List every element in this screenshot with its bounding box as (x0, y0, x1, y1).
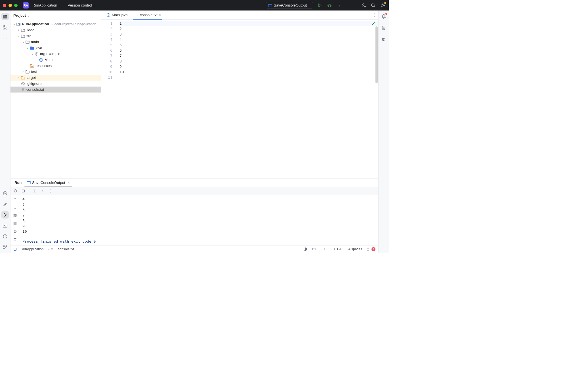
minimize-window-button[interactable] (9, 4, 12, 7)
line-number: 6 (101, 48, 112, 53)
git-tool-button[interactable] (1, 244, 9, 251)
person-add-icon (361, 3, 366, 8)
contrast-icon[interactable] (303, 247, 307, 251)
project-badge: RA (23, 2, 29, 9)
close-tab-button[interactable]: × (68, 180, 70, 185)
file-encoding[interactable]: UTF-8 (330, 247, 345, 251)
services-tool-button[interactable] (1, 190, 9, 197)
structure-tool-button[interactable] (1, 24, 9, 31)
line-number: 5 (101, 42, 112, 48)
close-tab-button[interactable]: × (159, 13, 161, 17)
chevron-down-icon: ⌄ (308, 4, 311, 7)
warning-circle-icon (3, 234, 7, 239)
code-area[interactable]: 1 2 3 4 5 6 7 8 9 10 (117, 20, 378, 178)
line-number: 4 (101, 37, 112, 42)
code-line: 8 (119, 58, 378, 64)
tree-node-src[interactable]: ⌄ src (10, 33, 101, 39)
text-file-icon (135, 13, 138, 17)
text-file-icon (51, 247, 54, 251)
toolbar-more-button[interactable] (48, 188, 53, 194)
tree-node-java[interactable]: ⌄ java (10, 45, 101, 51)
print-button[interactable] (12, 229, 18, 234)
profiler-button[interactable] (40, 188, 45, 194)
settings-button[interactable] (380, 2, 386, 9)
project-tool-button[interactable] (1, 13, 9, 20)
editor-body[interactable]: 1 2 3 4 5 6 7 8 9 10 11 1 2 (101, 20, 378, 178)
svg-point-18 (3, 248, 5, 249)
editor-tabs-menu[interactable] (370, 11, 378, 19)
screenshot-button[interactable] (32, 188, 37, 194)
svg-rect-30 (27, 181, 30, 182)
scroll-to-end-button[interactable] (12, 221, 18, 226)
tree-node-main[interactable]: ⌄ main (10, 39, 101, 45)
folder-icon (25, 40, 30, 44)
indent-setting[interactable]: 4 spaces (346, 247, 364, 251)
tree-node-label: org.example (40, 52, 60, 56)
readonly-icon[interactable] (366, 247, 370, 251)
tree-node-gitignore[interactable]: .gitignore (10, 81, 101, 87)
maven-tool-button[interactable]: m (380, 35, 387, 43)
scrollbar[interactable] (375, 26, 378, 83)
console-output[interactable]: 4 5 6 7 8 9 10 Process finished with exi… (20, 195, 378, 245)
line-separator[interactable]: LF (320, 247, 329, 251)
close-window-button[interactable] (3, 4, 6, 7)
editor-tab-console-txt[interactable]: console.txt × (131, 11, 164, 19)
module-icon (16, 22, 21, 26)
project-dropdown[interactable]: RunApplication ⌄ (31, 2, 62, 9)
run-config-selector[interactable]: SaveConsoleOutput ⌄ (266, 2, 313, 9)
console-line: 6 (22, 207, 375, 213)
console-rail (10, 195, 20, 245)
svg-point-13 (5, 38, 6, 39)
database-tool-button[interactable] (380, 24, 387, 32)
clear-button[interactable] (12, 237, 18, 242)
search-button[interactable] (370, 2, 376, 9)
console-line: 5 (22, 202, 375, 207)
scroll-down-button[interactable] (12, 205, 18, 210)
problems-tool-button[interactable] (1, 233, 9, 240)
tree-node-package[interactable]: ⌄ org.example (10, 51, 101, 57)
build-tool-button[interactable] (1, 200, 9, 208)
error-indicator[interactable]: ! (371, 247, 375, 251)
run-tab-title[interactable]: Run (13, 180, 23, 185)
inspection-ok-icon[interactable] (371, 21, 375, 26)
terminal-tool-button[interactable] (1, 222, 9, 229)
more-tools-button[interactable] (1, 34, 9, 42)
tree-node-main-class[interactable]: Main (10, 57, 101, 63)
svg-point-17 (3, 245, 5, 247)
breadcrumb-item[interactable]: console.txt (56, 247, 76, 251)
titlebar-right: SaveConsoleOutput ⌄ (266, 2, 386, 9)
rerun-button[interactable] (13, 188, 18, 194)
debug-button[interactable] (326, 2, 333, 9)
tree-node-idea[interactable]: › .idea (10, 27, 101, 33)
run-tool-button[interactable] (1, 211, 9, 219)
chevron-down-icon: ⌄ (17, 35, 21, 37)
tree-node-resources[interactable]: resources (10, 63, 101, 69)
notifications-button[interactable] (380, 13, 387, 20)
tree-node-console-txt[interactable]: console.txt (10, 87, 101, 93)
svg-rect-32 (33, 190, 36, 192)
code-with-me-button[interactable] (360, 2, 367, 9)
maximize-window-button[interactable] (14, 4, 18, 7)
run-button[interactable] (317, 2, 323, 9)
notification-dot-icon (385, 13, 387, 15)
breadcrumb-separator-icon: › (48, 247, 49, 251)
project-panel-header[interactable]: Project ⌄ (10, 11, 101, 20)
more-actions-button[interactable] (336, 2, 342, 9)
svg-point-28 (374, 16, 375, 16)
soft-wrap-button[interactable] (12, 213, 18, 218)
tree-node-target[interactable]: › target (10, 75, 101, 81)
chevron-right-icon: › (17, 76, 21, 79)
cursor-position[interactable]: 1:1 (309, 247, 318, 251)
run-config-tab[interactable]: SaveConsoleOutput × (24, 179, 72, 186)
svg-point-2 (328, 4, 331, 7)
editor-tab-main-java[interactable]: Main.java (103, 11, 131, 19)
left-tool-rail (0, 11, 10, 253)
scroll-up-button[interactable] (12, 197, 18, 202)
line-number: 9 (101, 64, 112, 69)
tree-node-test[interactable]: › test (10, 69, 101, 75)
stop-button[interactable] (21, 188, 26, 194)
breadcrumb-item[interactable]: RunApplication (18, 247, 46, 251)
vcs-dropdown[interactable]: Version control ⌄ (66, 2, 97, 9)
tree-root[interactable]: ⌄ RunApplication ~/IdeaProjects/RunAppli… (10, 21, 101, 27)
hammer-icon (3, 202, 7, 206)
